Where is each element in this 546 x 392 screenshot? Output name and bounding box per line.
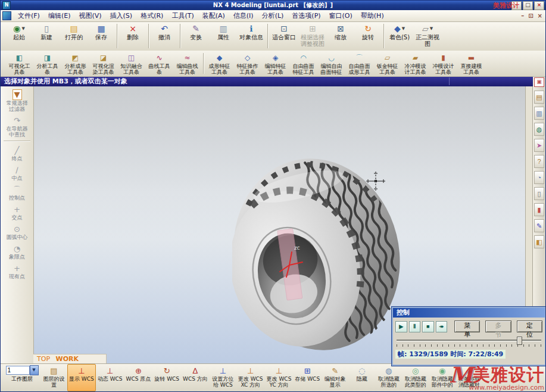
history-button[interactable]: ◔ — [534, 171, 544, 184]
close-button[interactable]: × — [534, 1, 544, 10]
object-info-icon: ℹ — [249, 24, 252, 33]
menu-item-0[interactable]: 文件(F) — [14, 10, 44, 21]
visualization-toolbar-button[interactable]: ◧可视化工 具条 — [5, 51, 33, 76]
open-folder-button[interactable]: ▤打开的 — [60, 21, 88, 51]
start-button[interactable]: ◉▼起始 — [5, 21, 33, 51]
dropdown-arrow-icon[interactable]: ▼ — [430, 26, 433, 31]
play-button[interactable]: ▶ — [395, 321, 407, 332]
feature-operation-toolbar-button[interactable]: ◇特征操作 工具条 — [233, 51, 261, 76]
form-feature-toolbar-button[interactable]: ◆成形特征 工具条 — [205, 51, 233, 76]
analyze-shape-toolbar-button[interactable]: ◩分析成形 工具条 — [61, 51, 89, 76]
catalog-button[interactable]: ▯ — [534, 187, 544, 200]
menu-item-5[interactable]: 工具(T) — [167, 10, 198, 21]
edit-curve-toolbar-button[interactable]: ≈编辑曲线 工具条 — [173, 51, 201, 76]
frame-slider[interactable] — [397, 337, 541, 344]
wcs-yc-direction-button[interactable]: ⊥更改 WCS YC 方向 — [265, 364, 294, 391]
unhide-in-part-button[interactable]: ◉取消隐藏 部件中的 — [429, 364, 455, 391]
dropdown-arrow-icon[interactable]: ▼ — [21, 26, 24, 31]
unhide-by-name-button[interactable]: ◈按名称取 消隐藏对 — [455, 364, 482, 391]
hide-button[interactable]: ◌隐藏 — [348, 364, 375, 391]
sheet-metal-toolbar-button[interactable]: ▱钣金特征 工具条 — [373, 51, 401, 76]
rotate-wcs-button[interactable]: ↻旋转 WCS — [152, 364, 181, 391]
menu-item-7[interactable]: 信息(I) — [229, 10, 258, 21]
wcs-origin-button[interactable]: ⊕WCS 原点 — [124, 364, 153, 391]
roles-button[interactable]: ◧ — [534, 235, 544, 248]
menu-item-9[interactable]: 首选项(P) — [288, 10, 325, 21]
quadrant-snap-button[interactable]: ◔象限点 — [1, 241, 33, 261]
child-minimize-icon[interactable]: – — [521, 13, 524, 19]
child-close-icon[interactable]: × — [538, 13, 542, 19]
slider-thumb[interactable] — [517, 337, 522, 345]
orient-to-wcs-button[interactable]: ⊥设置方位 给 WCS — [210, 364, 236, 391]
fit-window-button[interactable]: ⊡适合窗口 — [270, 21, 298, 51]
object-info-button[interactable]: ℹ对象信息 — [237, 21, 266, 51]
maximize-button[interactable]: □ — [523, 1, 533, 10]
menu-item-6[interactable]: 装配(A) — [198, 10, 229, 21]
selection-filter-button[interactable]: ▼常规选择 过滤器 — [1, 86, 33, 113]
zoom-view-button[interactable]: ⊠缩放 — [327, 21, 354, 51]
edit-freeform-toolbar-button[interactable]: ◡编辑自由 曲面特征 — [317, 51, 345, 76]
new-file-button[interactable]: ▯新建 — [33, 21, 60, 51]
save-wcs-button[interactable]: ⊞存储 WCS — [293, 364, 322, 391]
part-navigator-button[interactable]: ▥ — [534, 107, 544, 120]
wcs-orient-button[interactable]: ∆WCS 方向 — [181, 364, 210, 391]
pause-button[interactable]: Ⅱ — [409, 321, 421, 332]
menu-button[interactable]: 菜单 — [454, 321, 480, 332]
unhide-selected-button[interactable]: ◍取消隐藏 所选的 — [375, 364, 402, 391]
wcs-xc-direction-button[interactable]: ⊥更改 WCS XC 方向 — [236, 364, 265, 391]
undo-button[interactable]: ↶撤消 — [151, 21, 178, 51]
display-wcs-button[interactable]: ⊥显示 WCS — [67, 364, 96, 391]
step-forward-button[interactable]: ↠ — [436, 321, 448, 332]
menu-item-3[interactable]: 插入(S) — [106, 10, 137, 21]
child-restore-icon[interactable]: ⊡ — [528, 13, 533, 19]
edit-feature-toolbar-button[interactable]: ◈编辑特征 工具条 — [261, 51, 289, 76]
rotate-view-button[interactable]: ↻旋转 — [354, 21, 382, 51]
constraints-button[interactable]: ✎ — [534, 219, 544, 232]
position-button[interactable]: 定位 — [517, 321, 542, 332]
unhide-by-type-button[interactable]: ◎取消隐藏 此类型的 — [402, 364, 429, 391]
dropdown-arrow-icon[interactable]: ▼ — [402, 26, 405, 31]
minimize-button[interactable]: – — [511, 1, 522, 10]
render-toolbar-button[interactable]: ◪可视化渲 染工具条 — [89, 51, 117, 76]
menu-item-8[interactable]: 分析(L) — [258, 10, 288, 21]
die-design-toolbar-button[interactable]: ▰冷冲模设 计工具条 — [401, 51, 429, 76]
menu-item-2[interactable]: 视图(V) — [74, 10, 105, 21]
edit-object-display-button[interactable]: ✎编辑对象 显示 — [322, 364, 348, 391]
materials-button[interactable]: ➤ — [534, 139, 544, 152]
assembly-navigator-button[interactable]: ▤ — [534, 91, 544, 104]
control-panel-title[interactable]: 控制 — [393, 308, 545, 318]
existing-point-snap-button[interactable]: +现有点 — [1, 261, 33, 281]
transform-button[interactable]: ✎变换 — [182, 21, 210, 51]
layer-dropdown-arrow-icon[interactable]: ▼ — [30, 365, 39, 375]
menu-item-10[interactable]: 窗口(O) — [325, 10, 357, 21]
analysis-toolbar-button[interactable]: ◨分析工具 条 — [33, 51, 61, 76]
layer-settings-button[interactable]: ▤图层的设 置 — [40, 364, 67, 391]
direct-modeling-toolbar-button[interactable]: ▬直接建模 工具条 — [457, 51, 485, 76]
intersection-snap-button[interactable]: +交点 — [1, 202, 33, 222]
trimetric-view-button[interactable]: ▱▼正二测视 图 — [413, 21, 442, 51]
knowledge-fusion-toolbar-button[interactable]: ◫知识融合 工具条 — [117, 51, 145, 76]
die-engineering-toolbar-button[interactable]: ▮冲模设计 工具条 — [429, 51, 457, 76]
delete-button[interactable]: ×删除 — [119, 21, 146, 51]
menu-item-4[interactable]: 格式(R) — [136, 10, 167, 21]
shaded-button[interactable]: ◆▼着色(S) — [386, 21, 413, 51]
web-browser-button[interactable]: ◍ — [534, 123, 544, 136]
help-button[interactable]: ? — [534, 155, 544, 168]
find-in-navigator-button[interactable]: ↷在导航器 中查找 — [1, 113, 33, 139]
midpoint-snap-button[interactable]: ∕中点 — [1, 163, 33, 182]
child-window-controls[interactable]: –⊡× — [521, 13, 542, 19]
freeform-feature-toolbar-button[interactable]: ◠自由曲面 特征工具 — [289, 51, 317, 76]
work-layer-input[interactable] — [6, 366, 30, 375]
stop-button[interactable]: ■ — [422, 321, 434, 332]
dynamic-wcs-button[interactable]: ⊥动态 WCS — [96, 364, 124, 391]
properties-button[interactable]: ▥属性 — [210, 21, 237, 51]
arc-center-snap-button[interactable]: ⊙圆弧中心 — [1, 222, 33, 241]
menu-item-1[interactable]: 编辑(E) — [44, 10, 75, 21]
palettes-button[interactable]: ▮ — [534, 203, 544, 216]
curve-toolbar-button[interactable]: ∿曲线工具 条 — [145, 51, 173, 76]
save-button[interactable]: ▦保存 — [88, 21, 115, 51]
menu-item-11[interactable]: 帮助(H) — [357, 10, 388, 21]
freeform-shape-toolbar-button[interactable]: ⌒自由曲面 成形工具 — [345, 51, 373, 76]
control-point-snap-button[interactable]: ⌒控制点 — [1, 182, 33, 202]
endpoint-snap-button[interactable]: ╱终点 — [1, 143, 33, 163]
